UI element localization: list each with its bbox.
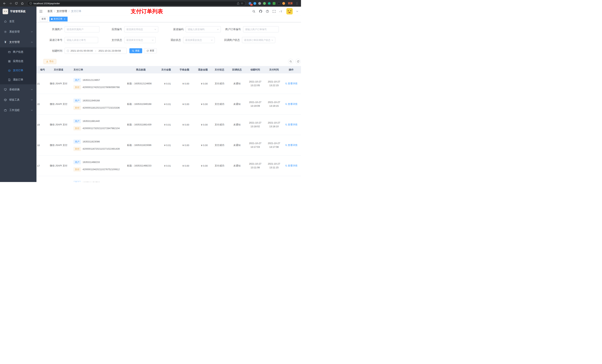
app-no-filter-select[interactable]: 请选择应用信息 (124, 26, 158, 32)
github-icon[interactable] (259, 10, 262, 13)
refund-status-filter-select[interactable]: 请选择退款状态 (183, 37, 215, 43)
merchant-filter-input[interactable] (64, 26, 99, 32)
tab-label: 首页 (42, 17, 46, 21)
cell-action: 查看详情 (281, 164, 301, 167)
create-time-filter-label: 创建时间 (38, 49, 64, 52)
user-dropdown-caret-icon[interactable] (296, 11, 298, 12)
app-no-filter-label: 应用编号 (111, 28, 124, 31)
merchant-order-no-field[interactable] (245, 28, 277, 31)
export-button-label: 导出 (49, 60, 54, 63)
date-end-value[interactable]: 2021-10-31 23:59:59 (98, 49, 121, 52)
reload-icon[interactable] (14, 1, 19, 6)
date-start-value[interactable]: 2021-10-01 00:00:00 (71, 49, 93, 52)
create-time-range-picker[interactable]: 2021-10-01 00:00:00 - 2021-10-31 23:59:5… (64, 48, 127, 54)
view-detail-label: 查看详情 (288, 144, 298, 147)
channel-code-filter-select[interactable]: 请输入渠道编码 (186, 26, 221, 32)
view-detail-link[interactable]: 查看详情 (285, 123, 298, 126)
refresh-icon[interactable] (295, 59, 301, 64)
sidebar: 芋道管理系统 首页 系统管理 ¥ 支付管理 商户信息 (0, 7, 36, 182)
update-button[interactable]: 更新 (286, 2, 294, 5)
search-icon[interactable] (252, 10, 256, 13)
sidebar-item-workflow[interactable]: 工作流程 (0, 105, 36, 115)
app-title: 芋道管理系统 (10, 10, 26, 13)
cell-pay-amount: ¥ 0.01 (156, 103, 172, 106)
channel-order-no-field[interactable] (67, 39, 96, 42)
sidebar-item-label: 支付订单 (13, 69, 23, 72)
sidebar-item-pay-order[interactable]: 支付订单 (0, 66, 36, 75)
help-icon[interactable] (266, 10, 269, 13)
site-info-icon[interactable] (29, 2, 32, 5)
view-detail-link[interactable]: 查看详情 (285, 144, 298, 147)
merchant-order-no-filter-input[interactable] (243, 26, 279, 32)
cell-pay-time: 2021-10-27 13:17:08 (267, 142, 281, 149)
font-size-icon[interactable]: TT (279, 10, 283, 13)
extension-chat-icon[interactable] (272, 1, 276, 6)
extension-check-icon[interactable]: ✓ (267, 1, 271, 6)
extension-puzzle-icon[interactable]: 10 (248, 1, 252, 6)
close-icon[interactable]: × (63, 18, 66, 20)
view-detail-link[interactable]: 查看详情 (285, 103, 298, 106)
cell-pay-time: 2021-10-27 13:22:15 (267, 80, 281, 87)
tab-pay-order[interactable]: 支付订单 × (49, 17, 68, 21)
cell-id: 19 (36, 123, 46, 126)
cell-refund-amount: ¥ 0.00 (190, 103, 209, 106)
view-detail-link[interactable]: 查看详情 (285, 164, 298, 167)
share-icon[interactable] (237, 2, 239, 5)
chevron-down-icon (211, 40, 213, 41)
bookmark-star-icon[interactable]: ☆ (241, 2, 243, 5)
extension-drop-icon[interactable] (253, 1, 257, 6)
search-button-label: 搜索 (135, 49, 140, 52)
merchant-filter-field[interactable] (67, 28, 97, 31)
breadcrumb: 首页 / 支付管理 / 支付订单 (47, 10, 81, 13)
merchant-filter-label: 所属商户 (38, 28, 64, 31)
reset-button[interactable]: 重置 (144, 48, 157, 53)
view-detail-link[interactable]: 查看详情 (285, 82, 298, 85)
extension-gray-icon[interactable] (258, 1, 262, 6)
notify-status-filter-select[interactable]: 请选择订单回调商户状态 (242, 37, 275, 43)
gear-icon (4, 30, 7, 33)
sidebar-item-app-info[interactable]: 应用信息 (0, 57, 36, 66)
home-icon[interactable] (20, 1, 25, 6)
tab-home[interactable]: 首页 (40, 17, 48, 21)
search-button[interactable]: 搜索 (129, 48, 142, 53)
filter-row-1: 所属商户 应用编号 请选择应用信息 渠道编码 请输入渠道编码 商户订单编号 (36, 26, 301, 32)
sidebar-item-label: 系统管理 (9, 30, 20, 33)
breadcrumb-pay[interactable]: 支付管理 (57, 10, 67, 13)
url-bar[interactable]: localhost:1024/pay/order ☆ (27, 1, 246, 6)
cell-pay-time: 2021-10-27 13:11:15 (267, 162, 281, 169)
hide-search-icon[interactable] (288, 59, 293, 64)
pay-status-filter-label: 支付状态 (111, 39, 124, 42)
cell-create-time: 2021-10-27 13:11:08 (244, 162, 267, 169)
sidebar-item-merchant-info[interactable]: 商户信息 (0, 47, 36, 57)
export-button[interactable]: 导出 (43, 59, 56, 64)
sidebar-item-system[interactable]: 系统管理 (0, 27, 36, 37)
chevron-down-icon (152, 40, 154, 41)
cell-fee-amount: ¥ 0.00 (172, 103, 190, 106)
fullscreen-icon[interactable] (272, 10, 276, 13)
chevron-down-icon (217, 29, 219, 30)
cell-title: 标题：1635311823086 (125, 144, 156, 147)
sidebar-item-infra[interactable]: 基础设施 (0, 84, 36, 95)
hamburger-icon[interactable] (39, 10, 43, 13)
cell-order: 商户 1635311949168 支付 42000011812021102777… (71, 99, 125, 110)
back-icon[interactable] (2, 1, 7, 6)
extension-pin-icon[interactable] (277, 1, 281, 6)
notify-status-filter-label: 回调商户状态 (224, 39, 242, 42)
sidebar-item-devtool[interactable]: 研发工具 (0, 95, 36, 105)
channel-transaction-no: 4200001173202110272847982104 (83, 127, 120, 130)
sidebar-item-pay[interactable]: ¥ 支付管理 (0, 37, 36, 47)
profile-avatar-icon[interactable] (281, 1, 286, 6)
channel-transaction-no: 4200001194202110276752100612 (83, 168, 120, 171)
channel-order-no-filter-input[interactable] (64, 37, 98, 43)
user-avatar[interactable] (286, 8, 293, 14)
sidebar-item-refund-order[interactable]: 退款订单 (0, 75, 36, 84)
extension-green-icon[interactable] (262, 1, 266, 6)
view-detail-label: 查看详情 (288, 82, 298, 85)
pay-status-filter-select[interactable]: 请选择支付状态 (124, 37, 156, 43)
breadcrumb-home[interactable]: 首页 (47, 10, 53, 13)
browser-menu-icon[interactable]: ⋮ (295, 2, 299, 5)
sidebar-item-home[interactable]: 首页 (0, 16, 36, 27)
forward-icon[interactable] (8, 1, 13, 6)
breadcrumb-separator: / (67, 10, 71, 13)
merchant-tag: 商户 (74, 181, 81, 182)
